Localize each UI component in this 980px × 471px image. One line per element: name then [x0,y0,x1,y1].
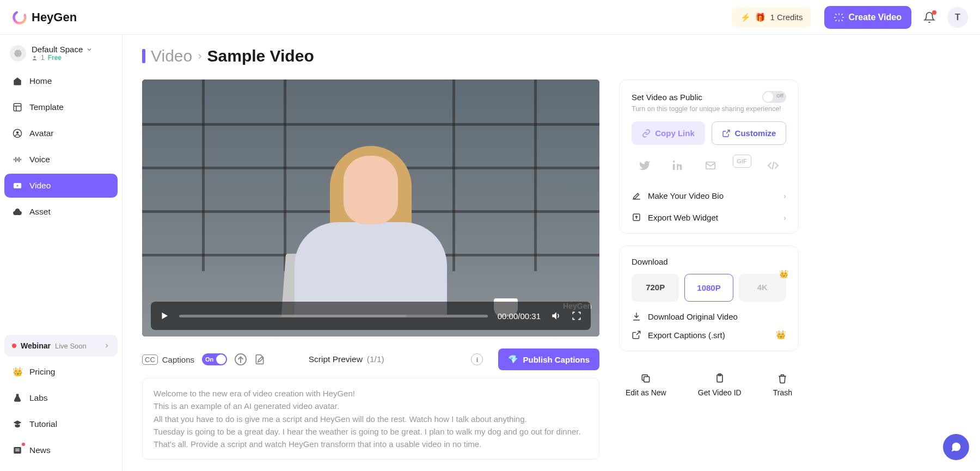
credits-pill[interactable]: ⚡ 🎁 1 Credits [732,7,811,28]
workspace-name: Default Space [32,45,83,54]
svg-point-1 [14,50,21,57]
get-video-id-button[interactable]: Get Video ID [698,373,742,397]
sidebar-item-avatar[interactable]: Avatar [4,121,118,145]
create-video-button[interactable]: Create Video [824,6,911,29]
sidebar-item-voice[interactable]: Voice [4,148,118,172]
upload-captions-button[interactable] [235,353,247,365]
flask-icon [12,393,23,403]
top-bar: HeyGen ⚡ 🎁 1 Credits Create Video T [0,0,980,35]
sidebar-item-video[interactable]: Video [4,174,118,198]
download-icon [632,311,641,321]
play-icon [160,311,169,321]
trash-icon [777,373,788,384]
linkedin-icon [672,160,684,172]
fullscreen-button[interactable] [571,310,582,321]
chat-icon [950,441,962,453]
export-icon [632,212,641,222]
brand-name: HeyGen [32,10,77,25]
sidebar-item-labs[interactable]: Labs [4,386,118,410]
edit-as-new-button[interactable]: Edit as New [626,373,666,397]
sidebar-item-pricing[interactable]: 👑 Pricing [4,360,118,384]
publish-captions-button[interactable]: 💎 Publish Captions [498,348,599,370]
share-email-button[interactable] [700,155,721,176]
download-original-button[interactable]: Download Original Video [632,311,786,321]
trash-button[interactable]: Trash [773,373,792,397]
svg-point-7 [16,131,19,134]
gift-icon: 🎁 [755,13,765,22]
share-linkedin-button[interactable] [667,155,689,176]
external-link-icon [722,129,731,138]
svg-rect-20 [672,164,675,170]
live-dot-icon [12,344,16,348]
export-captions-button[interactable]: Export Captions (.srt) 👑 [632,330,786,340]
breadcrumb: Video › Sample Video [142,47,960,65]
resolution-720p-button[interactable]: 720P [632,274,679,302]
workspace-selector[interactable]: Default Space 1 Free [4,41,118,69]
public-toggle[interactable]: Off [762,91,786,103]
volume-button[interactable] [550,310,561,321]
video-frame [142,79,599,337]
sidebar-item-tutorial[interactable]: Tutorial [4,412,118,436]
info-button[interactable]: i [471,353,483,365]
sparkle-icon [834,13,844,22]
edit-icon [632,191,641,200]
copy-link-button[interactable]: Copy Link [632,121,705,145]
play-button[interactable] [160,311,169,321]
lightning-icon: ⚡ [740,13,751,22]
share-title: Set Video as Public [632,93,702,102]
support-chat-button[interactable] [943,434,969,460]
user-avatar[interactable]: T [947,7,968,28]
sidebar-item-template[interactable]: Template [4,95,118,119]
sidebar-item-news[interactable]: News [4,438,118,462]
share-embed-button[interactable] [762,155,784,176]
link-icon [642,129,651,138]
sidebar-item-asset[interactable]: Asset [4,200,118,224]
script-preview-box[interactable]: Welcome to the new era of video creation… [142,378,599,460]
chevron-right-icon: › [783,213,786,222]
mail-icon [705,160,716,172]
captions-toggle[interactable]: On [202,353,227,365]
share-gif-button[interactable]: GIF [733,155,751,168]
graduation-icon [12,419,23,430]
video-player[interactable]: HeyGen 00:00/00:31 [142,79,599,337]
make-video-bio-button[interactable]: Make Your Video Bio › [632,183,786,200]
clipboard-icon [714,373,725,384]
premium-crown-icon: 👑 [779,270,788,278]
share-twitter-button[interactable] [634,155,656,176]
plan-badge: Free [48,54,62,62]
avatar-icon [12,128,23,139]
notification-dot [932,10,936,15]
chevron-right-icon [103,342,110,349]
export-web-widget-button[interactable]: Export Web Widget › [632,200,786,222]
breadcrumb-section[interactable]: Video [151,47,192,65]
brand-logo[interactable]: HeyGen [12,10,77,25]
sidebar-item-webinar[interactable]: Webinar Live Soon [4,335,118,357]
chevron-right-icon: › [783,191,786,200]
voice-icon [12,154,23,165]
progress-bar[interactable] [179,315,488,317]
notifications-button[interactable] [923,11,935,23]
edit-captions-button[interactable] [254,354,265,365]
video-icon [12,180,23,191]
share-sub: Turn on this toggle for unique sharing e… [632,105,786,113]
resolution-1080p-button[interactable]: 1080P [684,274,733,302]
svg-point-2 [34,56,36,58]
sidebar-item-home[interactable]: Home [4,69,118,93]
captions-toolbar: CC Captions On Script Preview [142,348,599,370]
svg-rect-3 [14,103,21,111]
upload-icon [235,353,247,365]
twitter-icon [639,160,651,172]
code-icon [767,160,779,172]
share-card: Set Video as Public Off Turn on this tog… [619,79,799,234]
customize-button[interactable]: Customize [712,121,786,145]
user-icon [32,55,38,61]
svg-rect-24 [644,377,650,382]
news-icon [12,445,23,456]
heygen-logo-icon [12,10,27,25]
cc-badge-icon: CC [142,354,158,365]
main-content: Video › Sample Video HeyGen [122,35,980,471]
edit-file-icon [254,354,265,365]
script-text: Welcome to the new era of video creation… [154,389,581,449]
chevron-right-icon: › [198,49,201,63]
video-time: 00:00/00:31 [498,311,541,321]
